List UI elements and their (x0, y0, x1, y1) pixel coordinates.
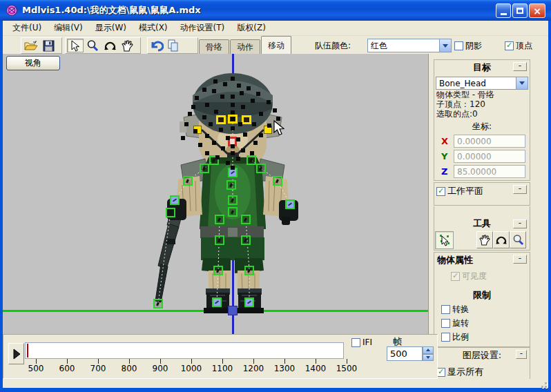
save-button[interactable] (40, 39, 57, 52)
bone-marker[interactable] (213, 266, 223, 275)
copy-button[interactable] (165, 39, 180, 52)
restrict-checkbox[interactable] (441, 305, 450, 314)
vertex-dot[interactable] (223, 82, 227, 86)
vertex-dot[interactable] (205, 103, 209, 107)
vertex-dot[interactable] (209, 122, 213, 126)
vertex-dot[interactable] (231, 151, 235, 155)
restrict-checkbox[interactable] (441, 319, 450, 328)
coord-input-y[interactable]: 0.00000 (454, 150, 525, 163)
tab-动作[interactable]: 动作 (230, 39, 260, 54)
bone-marker[interactable] (200, 164, 209, 173)
team-color-select[interactable]: 红色 (367, 39, 452, 52)
bone-marker[interactable] (166, 208, 175, 217)
vertex-dot[interactable] (231, 117, 235, 121)
vertex-dot[interactable] (198, 143, 202, 147)
view-angle-button[interactable]: 视角 (6, 56, 60, 70)
menu-item[interactable]: 显示(W) (90, 21, 132, 35)
vertex-dot[interactable] (191, 105, 195, 109)
bone-marker-selected[interactable] (285, 199, 295, 209)
vertex-dot[interactable] (259, 112, 263, 116)
bone-marker[interactable] (246, 155, 256, 165)
vertex-dot[interactable] (246, 86, 251, 90)
vertex-dot[interactable] (241, 148, 245, 153)
collapse-target-button[interactable]: - (513, 62, 527, 71)
bone-marker[interactable] (228, 195, 238, 205)
frame-input[interactable]: 500 (387, 346, 423, 361)
tab-移动[interactable]: 移动 (261, 36, 291, 54)
bone-marker-selected[interactable] (244, 297, 254, 307)
bone-marker[interactable] (256, 164, 266, 173)
rotate-tool-button-side[interactable] (493, 231, 510, 248)
vertex-dot[interactable] (213, 79, 218, 84)
minimize-button[interactable] (496, 3, 511, 18)
vertex-dot[interactable] (195, 96, 199, 100)
collapse-workplane-button[interactable]: - (513, 185, 527, 194)
undo-button[interactable] (149, 39, 164, 52)
bone-marker[interactable] (244, 266, 254, 275)
vertex-dot[interactable] (226, 136, 230, 140)
select-vertices-tool-button[interactable] (435, 231, 454, 249)
tab-骨络[interactable]: 骨络 (199, 39, 229, 54)
vertex-dot[interactable] (236, 137, 240, 141)
vertex-dot[interactable] (202, 115, 206, 119)
vertex-dot[interactable] (214, 110, 218, 114)
menu-item[interactable]: 版权(Z) (231, 21, 271, 35)
axis-handle[interactable] (228, 306, 238, 315)
vertex-dot[interactable] (212, 89, 216, 93)
open-button[interactable] (23, 39, 39, 52)
restrict-checkbox[interactable] (441, 333, 450, 342)
spin-up-button[interactable] (423, 346, 434, 354)
maximize-button[interactable] (512, 3, 528, 18)
vertex-dot[interactable] (193, 129, 197, 133)
bone-marker[interactable] (215, 235, 224, 245)
vertex-dot[interactable] (205, 151, 209, 155)
vertex-dot[interactable] (215, 155, 220, 159)
coord-input-z[interactable]: 85.00000 (454, 165, 525, 178)
vertex-dot[interactable] (184, 122, 188, 126)
vertex-dot[interactable] (267, 100, 271, 104)
vertex-dot[interactable] (212, 141, 216, 145)
pan-tool-button-side[interactable] (476, 231, 493, 248)
bone-marker[interactable] (228, 207, 238, 217)
eye-marker[interactable] (242, 115, 251, 124)
vertex-dot[interactable] (251, 99, 255, 103)
vertex-dot[interactable] (231, 166, 235, 170)
vertex-dot[interactable] (236, 157, 240, 161)
close-button[interactable]: × (529, 3, 545, 18)
vertex-dot[interactable] (241, 105, 245, 109)
vertex-checkbox[interactable] (505, 41, 514, 50)
vertex-dot[interactable] (188, 112, 192, 116)
vertex-dot[interactable] (231, 103, 235, 107)
vertex-dot[interactable] (243, 133, 247, 137)
collapse-properties-button[interactable]: - (513, 255, 527, 264)
vertex-dot[interactable] (181, 136, 185, 140)
eye-marker[interactable] (216, 115, 226, 124)
vertex-dot[interactable] (240, 91, 244, 95)
resize-grip[interactable] (538, 380, 547, 388)
vertex-dot[interactable] (267, 124, 271, 128)
collapse-tools-button[interactable]: - (513, 219, 527, 228)
menu-item[interactable]: 文件(U) (7, 21, 47, 35)
vertex-dot[interactable] (231, 126, 235, 130)
vertex-dot[interactable] (220, 95, 224, 99)
pan-tool-button[interactable] (119, 39, 135, 52)
chevron-down-icon[interactable] (516, 77, 528, 89)
bone-marker[interactable] (273, 176, 282, 186)
vertex-dot[interactable] (238, 122, 242, 126)
bone-marker[interactable] (183, 176, 193, 186)
vertex-dot[interactable] (253, 141, 258, 145)
menu-item[interactable]: 编辑(V) (48, 21, 88, 35)
vertex-dot[interactable] (219, 128, 223, 132)
vertex-dot[interactable] (259, 133, 263, 137)
bone-select[interactable]: Bone_Head (436, 77, 528, 90)
vertex-dot[interactable] (231, 95, 235, 99)
vertex-dot[interactable] (231, 77, 235, 81)
vertex-dot[interactable] (250, 151, 254, 155)
bone-marker[interactable] (241, 235, 251, 245)
vertex-dot[interactable] (273, 108, 277, 112)
zoom-tool-button[interactable] (84, 39, 101, 52)
rotate-tool-button[interactable] (102, 39, 118, 52)
bone-marker[interactable] (241, 215, 251, 224)
model-viewport[interactable]: 视角 (3, 54, 428, 334)
vertex-dot[interactable] (221, 146, 225, 150)
